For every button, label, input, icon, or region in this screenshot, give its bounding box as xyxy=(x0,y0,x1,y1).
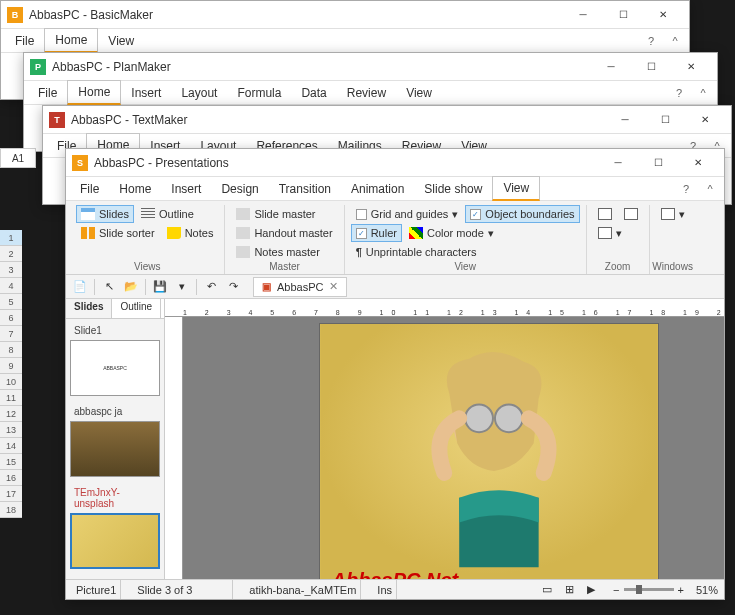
help-button[interactable]: ? xyxy=(641,31,661,51)
slide-sorter-button[interactable]: Slide sorter xyxy=(76,224,160,242)
menu-review[interactable]: Review xyxy=(337,82,396,104)
slide-master-button[interactable]: Slide master xyxy=(231,205,337,223)
titlebar[interactable]: T AbbasPC - TextMaker ─ ☐ ✕ xyxy=(43,106,731,134)
close-button[interactable]: ✕ xyxy=(685,106,725,134)
current-slide[interactable]: AbbasPC.Net xyxy=(319,323,659,579)
zoom-level[interactable]: 51% xyxy=(696,584,718,596)
titlebar[interactable]: P AbbasPC - PlanMaker ─ ☐ ✕ xyxy=(24,53,717,81)
menu-design[interactable]: Design xyxy=(211,178,268,200)
collapse-ribbon-button[interactable]: ^ xyxy=(700,179,720,199)
row-header[interactable]: 11 xyxy=(0,390,22,406)
zoom-out-button[interactable]: − xyxy=(613,584,619,596)
slides-view-button[interactable]: Slides xyxy=(76,205,134,223)
normal-view-icon[interactable]: ▭ xyxy=(537,580,557,600)
menu-file[interactable]: File xyxy=(5,30,44,52)
zoom-slider[interactable]: − + xyxy=(613,584,684,596)
unprintable-chars-button[interactable]: ¶Unprintable characters xyxy=(351,243,482,261)
menu-file[interactable]: File xyxy=(70,178,109,200)
zoom-width-button[interactable] xyxy=(619,205,643,223)
windows-button[interactable]: ▾ xyxy=(656,205,690,223)
row-header[interactable]: 13 xyxy=(0,422,22,438)
help-button[interactable]: ? xyxy=(669,83,689,103)
status-insert-mode[interactable]: Ins xyxy=(373,580,397,599)
cursor-button[interactable]: ↖ xyxy=(99,277,119,297)
tab-slides[interactable]: Slides xyxy=(66,299,112,318)
maximize-button[interactable]: ☐ xyxy=(638,149,678,177)
close-button[interactable]: ✕ xyxy=(678,149,718,177)
ruler-button[interactable]: Ruler xyxy=(351,224,402,242)
row-header[interactable]: 14 xyxy=(0,438,22,454)
status-object[interactable]: Picture1 xyxy=(72,580,121,599)
status-slide[interactable]: Slide 3 of 3 xyxy=(133,580,233,599)
row-header[interactable]: 16 xyxy=(0,470,22,486)
row-header[interactable]: 12 xyxy=(0,406,22,422)
thumbnail-list[interactable]: Slide1 ABBASPC abbaspc ja TEmJnxY-unspla… xyxy=(66,319,164,579)
menu-insert[interactable]: Insert xyxy=(121,82,171,104)
handout-master-button[interactable]: Handout master xyxy=(231,224,337,242)
outline-view-button[interactable]: Outline xyxy=(136,205,199,223)
close-button[interactable]: ✕ xyxy=(643,1,683,29)
menu-layout[interactable]: Layout xyxy=(171,82,227,104)
zoom-fit-button[interactable] xyxy=(593,205,617,223)
menu-home[interactable]: Home xyxy=(67,80,121,105)
close-tab-icon[interactable]: ✕ xyxy=(329,280,338,293)
menu-slideshow[interactable]: Slide show xyxy=(414,178,492,200)
sorter-view-icon[interactable]: ⊞ xyxy=(559,580,579,600)
row-header[interactable]: 15 xyxy=(0,454,22,470)
collapse-ribbon-button[interactable]: ^ xyxy=(665,31,685,51)
menu-insert[interactable]: Insert xyxy=(161,178,211,200)
menu-formula[interactable]: Formula xyxy=(227,82,291,104)
menu-animation[interactable]: Animation xyxy=(341,178,414,200)
row-header[interactable]: 3 xyxy=(0,262,22,278)
zoom-level-button[interactable]: ▾ xyxy=(593,224,627,242)
menu-view[interactable]: View xyxy=(396,82,442,104)
minimize-button[interactable]: ─ xyxy=(605,106,645,134)
row-header[interactable]: 2 xyxy=(0,246,22,262)
maximize-button[interactable]: ☐ xyxy=(631,53,671,81)
row-header[interactable]: 18 xyxy=(0,502,22,518)
row-header[interactable]: 8 xyxy=(0,342,22,358)
minimize-button[interactable]: ─ xyxy=(563,1,603,29)
menu-data[interactable]: Data xyxy=(291,82,336,104)
menu-transition[interactable]: Transition xyxy=(269,178,341,200)
row-header[interactable]: 9 xyxy=(0,358,22,374)
row-header[interactable]: 4 xyxy=(0,278,22,294)
tab-outline[interactable]: Outline xyxy=(112,299,161,318)
menu-view[interactable]: View xyxy=(98,30,144,52)
minimize-button[interactable]: ─ xyxy=(598,149,638,177)
maximize-button[interactable]: ☐ xyxy=(603,1,643,29)
slide-canvas[interactable]: AbbasPC.Net xyxy=(183,317,724,579)
menu-file[interactable]: File xyxy=(28,82,67,104)
notes-view-button[interactable]: Notes xyxy=(162,224,219,242)
open-button[interactable]: 📂 xyxy=(121,277,141,297)
menu-home[interactable]: Home xyxy=(44,28,98,53)
close-button[interactable]: ✕ xyxy=(671,53,711,81)
row-header[interactable]: 7 xyxy=(0,326,22,342)
slideshow-icon[interactable]: ▶ xyxy=(581,580,601,600)
slide-thumbnail[interactable] xyxy=(70,421,160,477)
document-tab[interactable]: ▣ AbbasPC ✕ xyxy=(253,277,347,297)
grid-guides-button[interactable]: Grid and guides ▾ xyxy=(351,205,464,223)
save-button[interactable]: 💾 xyxy=(150,277,170,297)
row-header[interactable]: 10 xyxy=(0,374,22,390)
color-mode-button[interactable]: Color mode ▾ xyxy=(404,224,499,242)
maximize-button[interactable]: ☐ xyxy=(645,106,685,134)
object-boundaries-button[interactable]: Object boundaries xyxy=(465,205,579,223)
minimize-button[interactable]: ─ xyxy=(591,53,631,81)
titlebar[interactable]: B AbbasPC - BasicMaker ─ ☐ ✕ xyxy=(1,1,689,29)
redo-button[interactable]: ↷ xyxy=(223,277,243,297)
row-header[interactable]: 5 xyxy=(0,294,22,310)
zoom-in-button[interactable]: + xyxy=(678,584,684,596)
titlebar[interactable]: S AbbasPC - Presentations ─ ☐ ✕ xyxy=(66,149,724,177)
collapse-ribbon-button[interactable]: ^ xyxy=(693,83,713,103)
cell-reference-box[interactable]: A1 xyxy=(0,148,36,168)
menu-home[interactable]: Home xyxy=(109,178,161,200)
save-dropdown[interactable]: ▾ xyxy=(172,277,192,297)
undo-button[interactable]: ↶ xyxy=(201,277,221,297)
slide-thumbnail[interactable] xyxy=(70,513,160,569)
row-header[interactable]: 1 xyxy=(0,230,22,246)
slide-thumbnail[interactable]: ABBASPC xyxy=(70,340,160,396)
row-header[interactable]: 17 xyxy=(0,486,22,502)
row-header[interactable]: 6 xyxy=(0,310,22,326)
help-button[interactable]: ? xyxy=(676,179,696,199)
